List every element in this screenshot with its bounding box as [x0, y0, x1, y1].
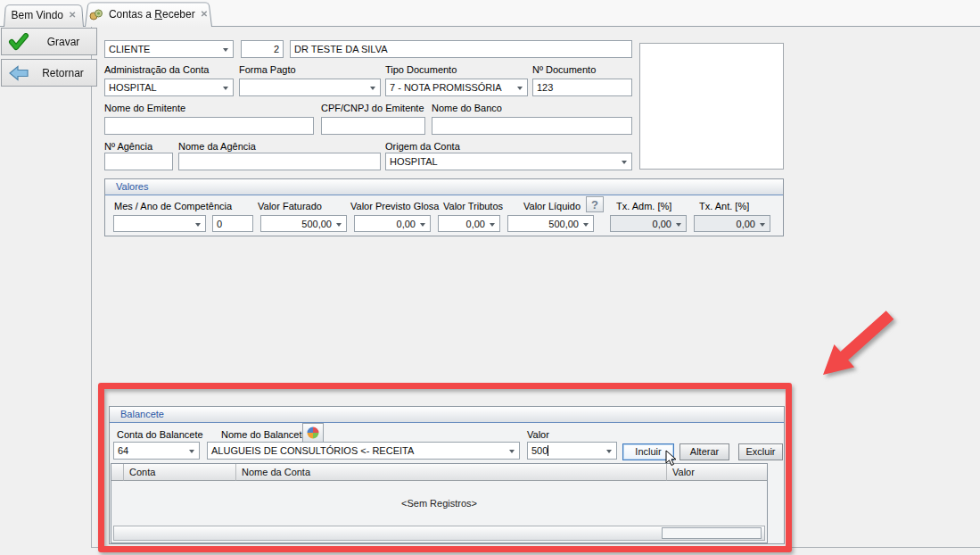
valor-liquido-combo[interactable]: 500,00 — [507, 215, 594, 232]
chevron-down-icon — [189, 450, 194, 453]
chevron-down-icon — [370, 87, 375, 90]
chevron-down-icon — [223, 48, 228, 52]
column-header-conta[interactable]: Conta — [124, 464, 236, 481]
nome-balancete-combo[interactable]: ALUGUEIS DE CONSULTÓRIOS <- RECEITA — [207, 442, 520, 460]
chevron-down-icon — [676, 223, 681, 227]
nome-agencia-field[interactable] — [178, 153, 381, 170]
num-documento-label: Nº Documento — [532, 64, 596, 75]
cpf-cnpj-label: CPF/CNPJ do Emitente — [321, 103, 424, 113]
tab-contas-a-receber[interactable]: Contas a Receber ✕ — [85, 1, 212, 27]
num-agencia-label: Nº Agência — [104, 141, 152, 152]
tab-close-icon[interactable]: ✕ — [69, 11, 76, 20]
valor-faturado-label: Valor Faturado — [258, 201, 322, 211]
valor-previsto-glosa-label: Valor Previsto Glosa — [350, 201, 439, 211]
tx-ant-label: Tx. Ant. [%] — [699, 201, 749, 211]
num-agencia-field[interactable] — [104, 153, 173, 170]
tx-adm-label: Tx. Adm. [%] — [616, 201, 671, 211]
retornar-label: Retornar — [29, 67, 96, 79]
cliente-combo[interactable]: CLIENTE — [104, 40, 234, 58]
help-icon[interactable]: ? — [586, 196, 604, 212]
nome-emitente-label: Nome do Emitente — [104, 103, 185, 113]
chevron-down-icon — [583, 223, 589, 227]
app-window: Bem Vindo ✕ Contas a Receber ✕ Gravar — [0, 0, 980, 555]
empty-grid-message: <Sem Registros> — [111, 498, 767, 509]
admin-conta-combo[interactable]: HOSPITAL — [104, 79, 234, 96]
valor-liquido-label: Valor Líquido — [523, 201, 581, 211]
chevron-down-icon — [223, 87, 228, 90]
tipo-documento-combo[interactable]: 7 - NOTA PROMISSÓRIA — [385, 79, 528, 96]
retornar-button[interactable]: Retornar — [1, 59, 97, 87]
tx-ant-combo: 0,00 — [694, 215, 770, 232]
chevron-down-icon — [517, 87, 523, 90]
chevron-down-icon — [509, 450, 515, 453]
num-documento-field[interactable]: 123 — [532, 79, 632, 96]
valor-balancete-label: Valor — [527, 429, 549, 440]
tab-close-icon[interactable]: ✕ — [201, 10, 208, 19]
chevron-down-icon — [336, 223, 342, 227]
forma-pagto-label: Forma Pagto — [239, 64, 296, 75]
tab-bem-vindo[interactable]: Bem Vindo ✕ — [4, 4, 84, 27]
back-arrow-icon — [8, 65, 29, 81]
grid-total-box — [662, 527, 762, 539]
chevron-down-icon — [195, 223, 201, 227]
valores-group: Valores Mes / Ano de Competência Valor F… — [104, 178, 784, 236]
excluir-button[interactable]: Excluir — [738, 443, 783, 460]
tab-label: Contas a Receber — [109, 8, 195, 21]
cpf-cnpj-field[interactable] — [321, 117, 425, 135]
forma-pagto-combo[interactable] — [239, 79, 381, 96]
chevron-down-icon — [420, 223, 425, 227]
chevron-down-icon — [760, 223, 765, 227]
balancete-group-title: Balancete — [110, 407, 784, 423]
pie-chart-icon[interactable] — [302, 423, 324, 443]
tipo-documento-label: Tipo Documento — [385, 64, 457, 75]
valor-balancete-combo[interactable]: 500 — [527, 442, 617, 460]
gravar-label: Gravar — [30, 36, 96, 48]
column-header-nome-da-conta[interactable]: Nome da Conta — [236, 464, 667, 481]
balancete-group: Balancete Conta do Balancete Nome do Bal… — [109, 406, 785, 544]
admin-conta-label: Administração da Conta — [104, 64, 209, 75]
grid-footer-bar — [113, 526, 765, 541]
chevron-down-icon — [606, 450, 612, 453]
annotation-arrow — [807, 299, 905, 388]
tab-label: Bem Vindo — [12, 9, 63, 21]
chevron-down-icon — [490, 223, 495, 227]
conta-balancete-combo[interactable]: 64 — [113, 442, 200, 460]
valor-tributos-label: Valor Tributos — [443, 201, 503, 211]
tab-bar: Bem Vindo ✕ Contas a Receber ✕ — [0, 0, 980, 27]
competencia-label: Mes / Ano de Competência — [114, 201, 232, 211]
nome-balancete-label: Nome do Balancete — [221, 429, 308, 440]
cliente-code-field[interactable]: 2 — [241, 40, 284, 58]
origem-conta-label: Origem da Conta — [385, 141, 460, 152]
alterar-button[interactable]: Alterar — [679, 443, 729, 460]
balancete-table: Conta Nome da Conta Valor <Sem Registros… — [111, 463, 768, 543]
row-selector-header — [111, 464, 124, 481]
content-left-divider — [91, 27, 92, 547]
money-icon — [89, 8, 103, 21]
competencia-combo[interactable] — [113, 215, 206, 232]
valor-previsto-glosa-combo[interactable]: 0,00 — [354, 215, 431, 232]
column-header-valor[interactable]: Valor — [667, 464, 767, 481]
valor-faturado-combo[interactable]: 500,00 — [260, 215, 347, 232]
gravar-button[interactable]: Gravar — [1, 28, 97, 55]
photo-box — [639, 43, 784, 170]
competencia-ano-field[interactable]: 0 — [212, 215, 253, 232]
mouse-cursor — [665, 450, 678, 468]
conta-balancete-label: Conta do Balancete — [117, 429, 203, 440]
valores-group-title: Valores — [105, 179, 783, 195]
nome-banco-label: Nome do Banco — [432, 103, 502, 113]
nome-banco-field[interactable] — [432, 117, 632, 135]
cliente-name-field[interactable]: DR TESTE DA SILVA — [290, 40, 632, 58]
valor-tributos-combo[interactable]: 0,00 — [438, 215, 500, 232]
nome-agencia-label: Nome da Agência — [178, 141, 256, 152]
check-icon — [7, 33, 30, 51]
nome-emitente-field[interactable] — [104, 117, 314, 135]
text-caret — [548, 445, 548, 456]
tx-adm-combo: 0,00 — [610, 215, 687, 232]
origem-conta-combo[interactable]: HOSPITAL — [385, 153, 632, 170]
chevron-down-icon — [622, 161, 627, 164]
content-bottom-divider — [91, 547, 980, 548]
